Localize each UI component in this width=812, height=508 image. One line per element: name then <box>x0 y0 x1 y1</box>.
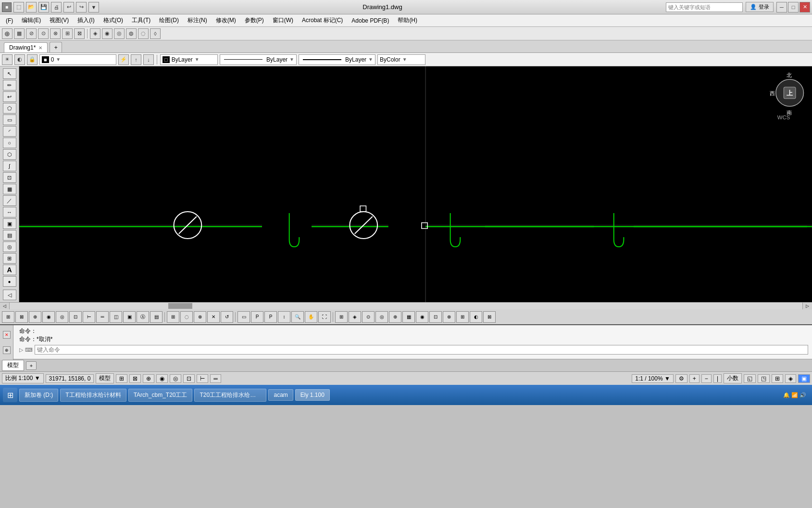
snap-btn[interactable]: ⊞ <box>116 374 127 383</box>
search-input[interactable] <box>666 2 743 12</box>
lt-curve[interactable]: ∫ <box>3 161 16 171</box>
menu-format[interactable]: 格式(O) <box>100 15 127 25</box>
bt-nav[interactable]: ↕ <box>278 311 290 323</box>
taskbar-item-tjwater[interactable]: T工程给排水给计材料 <box>60 389 126 402</box>
scroll-left-btn[interactable]: ◁ <box>0 303 10 309</box>
lt-rect[interactable]: ▭ <box>3 114 16 125</box>
settings-btn[interactable]: ⚙ <box>675 374 687 383</box>
menu-file[interactable]: (F) <box>2 16 17 25</box>
bt-hw[interactable]: ⊗ <box>194 311 206 323</box>
lt-undo[interactable]: ↩ <box>3 91 16 102</box>
redo-icon[interactable]: ↪ <box>76 2 87 13</box>
lt-grid[interactable]: ⊞ <box>3 253 16 264</box>
taskbar-item-tarch[interactable]: TArch_cbm_T20工工 <box>128 389 193 402</box>
bt-ducs[interactable]: ⊢ <box>83 311 95 323</box>
cmd-icon-1[interactable]: ⊕ <box>3 346 11 354</box>
new-icon[interactable]: ⬚ <box>13 2 24 13</box>
toolbar-btn-3[interactable]: ⊘ <box>26 28 37 39</box>
bt-r4[interactable]: ◎ <box>375 311 388 323</box>
bt-snap[interactable]: ⊠ <box>15 311 28 323</box>
layer-state-icon[interactable]: ☀ <box>2 54 12 65</box>
taskbar-item-newdisk[interactable]: 新加卷 (D:) <box>19 389 58 402</box>
taskbar-item-t20draw[interactable]: T20工工程给排水给件 V... <box>194 389 266 402</box>
toolbar-btn-12[interactable]: ◌ <box>138 28 149 39</box>
minimize-button[interactable]: ─ <box>776 2 787 13</box>
toolbar-btn-6[interactable]: ⊞ <box>62 28 73 39</box>
toolbar-btn-13[interactable]: ◊ <box>150 28 161 39</box>
color-dropdown[interactable]: □ ByLayer ▼ <box>160 54 218 65</box>
minus-btn[interactable]: − <box>701 374 712 383</box>
layer-icon-2[interactable]: ↑ <box>131 54 141 65</box>
login-button[interactable]: 👤 登录 <box>746 2 774 12</box>
lt-text[interactable]: A <box>3 265 16 275</box>
toolbar-btn-11[interactable]: ◍ <box>126 28 137 39</box>
menu-acrobat[interactable]: Acrobat 标记(C) <box>298 15 347 25</box>
maximize-button[interactable]: □ <box>788 2 799 13</box>
horizontal-scrollbar[interactable]: ◁ ▷ <box>0 302 812 309</box>
lt-hatch[interactable]: ▦ <box>3 184 16 194</box>
scale-display[interactable]: 比例 1:100 ▼ <box>2 373 44 383</box>
sb-icon-3[interactable]: ⊞ <box>772 374 783 383</box>
bt-mode[interactable]: ▭ <box>237 311 250 323</box>
bt-otrack[interactable]: ⊡ <box>69 311 82 323</box>
toolbar-btn-2[interactable]: ▦ <box>14 28 25 39</box>
toolbar-btn-10[interactable]: ◎ <box>114 28 125 39</box>
grid-btn[interactable]: ⊠ <box>129 374 141 383</box>
scrollbar-track[interactable] <box>10 303 802 309</box>
lt-select2[interactable]: ▤ <box>3 230 16 241</box>
dyn-btn[interactable]: ⊢ <box>197 374 208 383</box>
taskbar-item-acam[interactable]: acam <box>268 389 293 401</box>
menu-adobepdf[interactable]: Adobe PDF(B) <box>348 16 393 25</box>
bt-cl[interactable]: ✕ <box>207 311 220 323</box>
close-button[interactable]: ✕ <box>800 2 810 13</box>
lt-line[interactable]: ／ <box>3 195 16 206</box>
toolbar-btn-4[interactable]: ⊙ <box>38 28 49 39</box>
bt-ann[interactable]: Ⓐ <box>137 311 149 323</box>
close-command-btn[interactable]: ✕ <box>3 331 11 339</box>
bt-p1[interactable]: P <box>251 311 263 323</box>
zoom-level[interactable]: 1:1 / 100% ▼ <box>632 374 674 383</box>
bt-osnap[interactable]: ◎ <box>56 311 68 323</box>
layer-icon-3[interactable]: ↓ <box>143 54 154 65</box>
menu-window[interactable]: 窗口(W) <box>269 15 297 25</box>
scroll-right-btn[interactable]: ▷ <box>802 303 812 309</box>
bt-p2[interactable]: P <box>264 311 277 323</box>
lt-circle[interactable]: ○ <box>3 138 16 148</box>
bt-r12[interactable]: ⊠ <box>483 311 496 323</box>
save-icon[interactable]: 💾 <box>38 2 49 13</box>
sb-icon-4[interactable]: ◈ <box>785 374 796 383</box>
polar-btn[interactable]: ◉ <box>156 374 168 383</box>
model-display[interactable]: 模型 <box>96 373 114 383</box>
bt-r10[interactable]: ⊞ <box>456 311 469 323</box>
menu-dimension[interactable]: 标注(N) <box>184 15 211 25</box>
lineweight-dropdown[interactable]: ByLayer ▼ <box>299 54 375 65</box>
bt-zoom[interactable]: 🔍 <box>291 311 304 323</box>
menu-view[interactable]: 视图(V) <box>46 15 73 25</box>
bt-ortho[interactable]: ⊕ <box>29 311 41 323</box>
bt-as[interactable]: ◌ <box>180 311 193 323</box>
lt-dim[interactable]: ↔ <box>3 207 16 217</box>
osnap-btn[interactable]: ◎ <box>170 374 181 383</box>
toolbar-btn-7[interactable]: ⊠ <box>74 28 85 39</box>
plus-btn[interactable]: + <box>689 374 700 383</box>
bt-sel[interactable]: ▣ <box>123 311 136 323</box>
menu-draw[interactable]: 绘图(D) <box>155 15 183 25</box>
bt-lw[interactable]: ═ <box>96 311 109 323</box>
bt-grid[interactable]: ⊞ <box>2 311 14 323</box>
lt-pencil[interactable]: ✏ <box>3 80 16 90</box>
bt-ws[interactable]: ▤ <box>150 311 162 323</box>
bt-r7[interactable]: ◉ <box>416 311 428 323</box>
menu-help[interactable]: 帮助(H) <box>394 15 421 25</box>
ortho-btn[interactable]: ⊕ <box>143 374 154 383</box>
decimal-display[interactable]: 小数 <box>724 373 742 383</box>
toolbar-btn-5[interactable]: ⊗ <box>50 28 61 39</box>
qat-dropdown[interactable]: ▼ <box>88 2 99 13</box>
add-layout-btn[interactable]: + <box>26 361 37 370</box>
lt-select[interactable]: ▣ <box>3 218 16 229</box>
sb-icon-1[interactable]: ◱ <box>744 374 756 383</box>
scrollbar-thumb[interactable] <box>168 303 192 309</box>
lt-left-panel-toggle[interactable]: ◁ <box>3 290 16 300</box>
start-button[interactable]: ⊞ <box>3 388 17 402</box>
lt-polygon[interactable]: ⬡ <box>3 149 16 160</box>
layer-dropdown[interactable]: ■ 0 ▼ <box>39 54 116 65</box>
